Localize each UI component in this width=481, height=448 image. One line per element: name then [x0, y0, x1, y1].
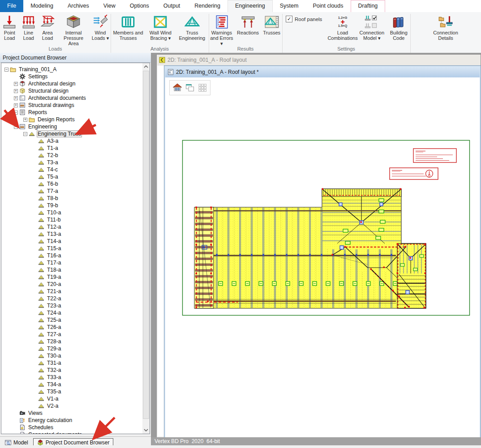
house-button[interactable]	[171, 81, 184, 94]
tree-item-label[interactable]: A3-a	[46, 138, 59, 144]
tree-item[interactable]: A3-a	[1, 137, 142, 145]
ribbon-tab-system[interactable]: System	[273, 0, 306, 12]
tree-item-label[interactable]: V2-a	[46, 403, 59, 409]
tree-item[interactable]: Schedules	[1, 424, 142, 431]
tree-item[interactable]: −Engineering Truss	[1, 130, 142, 137]
tree-item-label[interactable]: T14-a	[46, 238, 62, 244]
tree-item[interactable]: +Design Reports	[1, 116, 142, 123]
ribbon-tab-output[interactable]: Output	[156, 0, 188, 12]
tree-item-label[interactable]: T9-b	[46, 202, 59, 209]
background-window-titlebar[interactable]: 2D: Training_001_A - Roof layout	[157, 55, 481, 65]
tree-item-label[interactable]: T17-a	[46, 260, 62, 266]
wall-wind-bracing-button[interactable]: Wall Wind Bracing ▾	[146, 13, 176, 41]
tree-expand-toggle[interactable]: +	[14, 103, 18, 107]
tree-item-label[interactable]: T12-a	[46, 224, 62, 230]
tree-expand-toggle[interactable]: −	[14, 125, 18, 129]
tree-item[interactable]: T23-a	[1, 302, 142, 309]
ribbon-tab-point-clouds[interactable]: Point clouds	[305, 0, 350, 12]
ribbon-tab-modeling[interactable]: Modeling	[23, 0, 60, 12]
tree-item-label[interactable]: T21-a	[46, 288, 62, 294]
connection-model-button[interactable]: Connection Model ▾	[356, 13, 387, 41]
tree-item-label[interactable]: T16-a	[46, 252, 62, 259]
tree-item-label[interactable]: Connected documents	[27, 431, 83, 434]
tree-scrollbar[interactable]	[142, 63, 150, 434]
tree-item[interactable]: T4-c	[1, 166, 142, 173]
tree-item-label[interactable]: T24-a	[46, 310, 62, 316]
tree-item[interactable]: T2-b	[1, 152, 142, 159]
tree-item[interactable]: T28-a	[1, 338, 142, 345]
tree-item-label[interactable]: T29-a	[46, 346, 62, 352]
tree-item-label[interactable]: T33-a	[46, 374, 62, 380]
tree-item[interactable]: −Engineering	[1, 123, 142, 130]
tree-item[interactable]: T32-a	[1, 367, 142, 374]
tree-item[interactable]: Connected documents	[1, 431, 142, 434]
truss-engineering-button[interactable]: Truss Engineering	[176, 13, 209, 41]
tree-item[interactable]: T24-a	[1, 309, 142, 316]
ribbon-tab-archives[interactable]: Archives	[60, 0, 96, 12]
tree-item-label[interactable]: T5-a	[46, 174, 59, 180]
tree-expand-toggle[interactable]: +	[23, 118, 27, 122]
ribbon-tab-file[interactable]: File	[0, 0, 23, 12]
scroll-up-button[interactable]	[142, 63, 150, 70]
tree-item-label[interactable]: T1-a	[46, 145, 59, 151]
tree-item[interactable]: Energy calculation	[1, 417, 142, 424]
roof-panels-checkbox[interactable]: ✓Roof panels	[286, 16, 322, 22]
internal-pressure-area-button[interactable]: Internal Pressure Area	[57, 13, 90, 47]
tree-item[interactable]: T6-b	[1, 180, 142, 188]
point-load-button[interactable]: Point Load	[0, 13, 19, 41]
tree-item-label[interactable]: Training_001_A	[18, 66, 57, 73]
tree-expand-toggle[interactable]: −	[14, 111, 18, 115]
tree-item[interactable]: T3-a	[1, 159, 142, 166]
building-code-button[interactable]: Building Code	[387, 13, 410, 41]
tree-expand-toggle[interactable]: +	[14, 96, 18, 100]
tree-item[interactable]: −Reports	[1, 109, 142, 116]
tree-item-label[interactable]: T8-b	[46, 195, 59, 201]
warnings-and-errors-button[interactable]: Warnings and Errors ▾	[209, 13, 235, 47]
tree-item-label[interactable]: T25-a	[46, 317, 62, 323]
tree-item[interactable]: T31-a	[1, 359, 142, 367]
tree-item-label[interactable]: T2-b	[46, 152, 59, 158]
tree-item-label[interactable]: Engineering	[27, 124, 58, 130]
tree-item-label[interactable]: T23-a	[46, 303, 62, 309]
tree-item-label[interactable]: Design Reports	[37, 116, 76, 123]
members-and-trusses-button[interactable]: Members and Trusses	[111, 13, 146, 41]
tree-item[interactable]: T9-b	[1, 202, 142, 209]
tree-item[interactable]: T27-a	[1, 331, 142, 338]
connection-details-button[interactable]: Connection Details	[428, 13, 464, 41]
tree-item[interactable]: T29-a	[1, 345, 142, 352]
tree-item-label[interactable]: Reports	[27, 109, 48, 115]
tree-item-label[interactable]: Schedules	[27, 424, 54, 431]
tree-item[interactable]: T1-a	[1, 145, 142, 152]
area-load-button[interactable]: Area Load	[38, 13, 57, 41]
roof-layout-drawing[interactable]	[165, 77, 480, 437]
tree-item[interactable]: +Structural drawings	[1, 102, 142, 109]
tree-item[interactable]: T10-a	[1, 209, 142, 216]
tree-item-label[interactable]: Architectural design	[27, 81, 76, 87]
load-combinations-button[interactable]: 1.2×G✚1.5×QLoad Combinations	[329, 13, 356, 41]
tree-item-label[interactable]: V1-a	[46, 396, 59, 402]
tree-item-label[interactable]: T26-a	[46, 324, 62, 330]
tree-item[interactable]: T33-a	[1, 374, 142, 381]
active-drawing-window[interactable]: 2D: Training_001_A - Roof layout *	[164, 65, 481, 446]
line-load-button[interactable]: Line Load	[19, 13, 38, 41]
tree-item-label[interactable]: T28-a	[46, 338, 62, 345]
trusses-button[interactable]: Trusses	[261, 13, 282, 36]
tree-item[interactable]: T30-a	[1, 352, 142, 359]
tree-item-label[interactable]: Energy calculation	[27, 417, 73, 423]
scroll-down-button[interactable]	[142, 427, 150, 434]
tree-item[interactable]: +Structural design	[1, 87, 142, 94]
tree-item[interactable]: T5-a	[1, 173, 142, 180]
wind-loads-button[interactable]: Wind Loads ▾	[90, 13, 111, 41]
tree-item[interactable]: T18-a	[1, 266, 142, 273]
ribbon-tab-options[interactable]: Options	[123, 0, 156, 12]
tree-item-label[interactable]: T7-a	[46, 188, 59, 194]
tree-item-label[interactable]: T15-a	[46, 245, 62, 252]
tree-item[interactable]: T14-a	[1, 238, 142, 245]
tree-item[interactable]: +Architectural design	[1, 80, 142, 87]
tree-item-label[interactable]: T22-a	[46, 295, 62, 302]
drawing-canvas[interactable]	[165, 77, 480, 444]
tree-item[interactable]: V2-a	[1, 402, 142, 410]
tree-item-label[interactable]: T20-a	[46, 281, 62, 287]
tree-item[interactable]: T35-a	[1, 388, 142, 395]
tree-item[interactable]: T21-a	[1, 288, 142, 295]
